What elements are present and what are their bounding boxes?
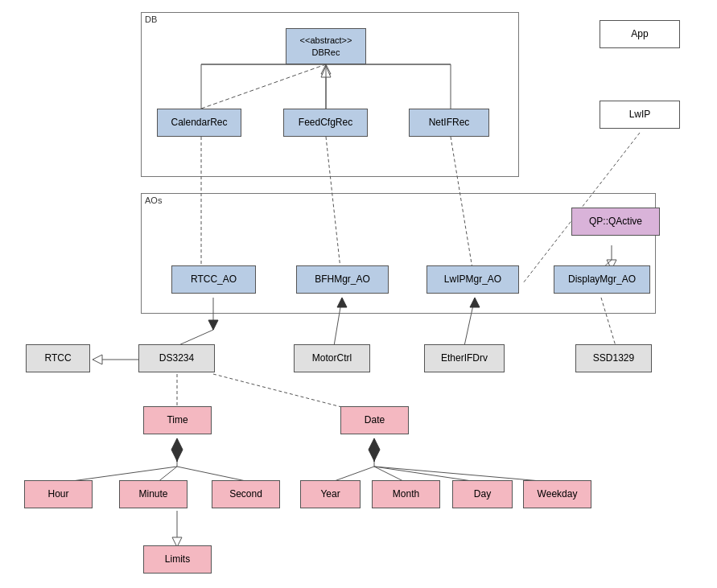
bfhmgr-ao-box: BFHMgr_AO (296, 265, 389, 294)
calendarrec-box: CalendarRec (157, 109, 241, 137)
svg-marker-38 (171, 438, 183, 461)
month-box: Month (372, 480, 440, 508)
feedcfgrec-box: FeedCfgRec (283, 109, 368, 137)
netifrec-box: NetIFRec (409, 109, 489, 137)
ssd1329-box: SSD1329 (575, 344, 652, 372)
svg-marker-46 (373, 447, 376, 462)
weekday-box: Weekday (523, 480, 591, 508)
motorctrl-box: MotorCtrl (294, 344, 370, 372)
time-box: Time (143, 406, 212, 434)
displaymgr-ao-box: DisplayMgr_AO (554, 265, 650, 294)
rtcc-box: RTCC (26, 344, 90, 372)
diagram: DB AOs (0, 0, 717, 588)
hour-box: Hour (24, 480, 93, 508)
qpqactive-box: QP::QActive (571, 208, 660, 236)
svg-marker-39 (175, 447, 179, 462)
app-box: App (600, 20, 680, 48)
lwipmgr-ao-box: LwIPMgr_AO (426, 265, 519, 294)
lwip-box: LwIP (600, 101, 680, 129)
year-box: Year (300, 480, 361, 508)
dbrec-box: <<abstract>>DBRec (286, 28, 366, 64)
etherifdrv-box: EtherIFDrv (424, 344, 505, 372)
second-box: Second (212, 480, 280, 508)
minute-box: Minute (119, 480, 187, 508)
aos-label: AOs (145, 195, 162, 205)
limits-box: Limits (143, 545, 212, 574)
svg-marker-45 (369, 438, 380, 461)
svg-line-49 (213, 374, 354, 410)
svg-marker-25 (208, 320, 218, 330)
svg-marker-32 (93, 355, 102, 364)
date-box: Date (340, 406, 409, 434)
day-box: Day (452, 480, 513, 508)
rtcc-ao-box: RTCC_AO (171, 265, 256, 294)
ds3234-box: DS3234 (138, 344, 215, 372)
svg-line-24 (177, 330, 213, 346)
db-label: DB (145, 14, 157, 24)
